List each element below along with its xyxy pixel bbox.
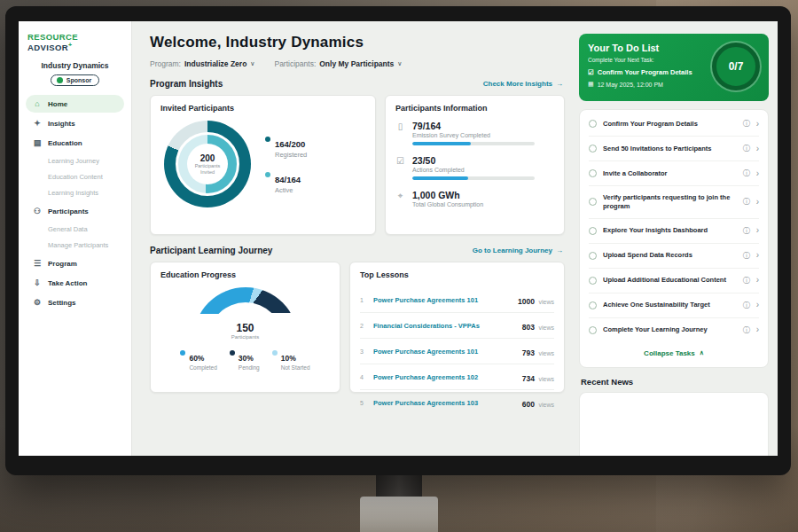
insights-icon: ✦ — [33, 119, 42, 128]
sponsor-badge[interactable]: Sponsor — [51, 74, 99, 86]
logo-plus: + — [68, 42, 73, 48]
task-row[interactable]: Explore Your Insights Dashboard ⓘ › — [589, 219, 759, 244]
chevron-right-icon[interactable]: › — [756, 120, 759, 129]
sidebar-item-settings[interactable]: ⚙ Settings — [26, 293, 124, 311]
task-radio-icon[interactable] — [589, 326, 597, 334]
checkbox-icon: ☑ — [588, 68, 594, 76]
sidebar-item-education-content[interactable]: Education Content — [26, 169, 124, 184]
info-circle-icon[interactable]: ⓘ — [743, 144, 750, 153]
donut-center: 200 Participants Invited — [187, 144, 228, 184]
stat-global-consumption: ⌖ 1,000 GWh Total Global Consumption — [395, 190, 554, 211]
stat-label: Total Global Consumption — [412, 201, 483, 207]
chevron-right-icon[interactable]: › — [756, 276, 759, 285]
task-label: Complete Your Learning Journey — [603, 325, 737, 334]
lesson-title-link[interactable]: Power Purchase Agreements 102 — [373, 373, 516, 381]
lesson-title-link[interactable]: Power Purchase Agreements 101 — [373, 348, 516, 356]
lesson-title-link[interactable]: Power Purchase Agreements 101 — [373, 296, 512, 304]
lesson-views: 734 views — [522, 369, 554, 385]
task-label: Upload Spend Data Records — [603, 251, 737, 260]
legend-value: 60% — [189, 354, 204, 363]
chevron-right-icon[interactable]: › — [756, 301, 759, 309]
info-circle-icon[interactable]: ⓘ — [743, 276, 750, 286]
lesson-title-link[interactable]: Financial Considerations - VPPAs — [373, 322, 516, 330]
chevron-right-icon[interactable]: › — [756, 251, 759, 260]
sidebar-item-manage-participants[interactable]: Manage Participants — [26, 238, 124, 253]
lesson-row: 4 Power Purchase Agreements 102 734 view… — [360, 364, 554, 390]
todo-next-task[interactable]: ☑ Confirm Your Program Details — [588, 68, 705, 76]
task-radio-icon[interactable] — [589, 169, 597, 177]
education-progress-card: Education Progress 150 Participants — [150, 262, 340, 393]
info-circle-icon[interactable]: ⓘ — [743, 226, 750, 236]
task-row[interactable]: Upload Additional Educational Content ⓘ … — [589, 269, 759, 293]
info-circle-icon[interactable]: ⓘ — [743, 119, 750, 129]
task-label: Upload Additional Educational Content — [603, 276, 737, 285]
chevron-right-icon[interactable]: › — [756, 145, 759, 153]
task-radio-icon[interactable] — [589, 145, 597, 153]
info-circle-icon[interactable]: ⓘ — [743, 197, 750, 207]
stat-actions-completed: ☑ 23/50 Actions Completed — [395, 155, 554, 180]
todo-panel: Your To Do List Complete Your Next Task:… — [575, 21, 778, 456]
participants-filter[interactable]: Participants: Only My Participants ∨ — [274, 59, 402, 68]
participants-filter-label: Participants: — [274, 59, 316, 68]
sidebar-item-education[interactable]: ▤ Education — [26, 134, 124, 152]
task-radio-icon[interactable] — [589, 252, 597, 260]
task-row[interactable]: Confirm Your Program Details ⓘ › — [589, 112, 759, 137]
legend-dot — [265, 172, 270, 177]
next-task-label: Confirm Your Program Details — [598, 68, 692, 76]
sidebar-item-participants[interactable]: ⚇ Participants — [26, 202, 124, 220]
chevron-right-icon[interactable]: › — [756, 169, 759, 178]
lesson-rank: 4 — [360, 374, 367, 380]
link-label: Check More Insights — [483, 80, 552, 88]
lesson-rank: 1 — [360, 297, 367, 303]
sidebar-item-general-data[interactable]: General Data — [26, 222, 124, 237]
sidebar-item-insights[interactable]: ✦ Insights — [26, 114, 124, 132]
task-label: Confirm Your Program Details — [603, 120, 737, 129]
chevron-right-icon[interactable]: › — [756, 226, 759, 235]
task-radio-icon[interactable] — [589, 120, 597, 128]
info-circle-icon[interactable]: ⓘ — [743, 301, 750, 310]
sidebar-item-learning-insights[interactable]: Learning Insights — [26, 185, 124, 200]
stat-emission-survey: ▯ 79/164 Emission Survey Completed — [395, 121, 554, 145]
program-insights-cards: Invited Participants 200 Participants In… — [150, 95, 565, 235]
lesson-title-link[interactable]: Power Purchase Agreements 103 — [373, 399, 516, 407]
collapse-label: Collapse Tasks — [644, 349, 695, 357]
recent-news-card — [579, 392, 769, 457]
chevron-down-icon: ∨ — [397, 60, 402, 67]
task-row[interactable]: Complete Your Learning Journey ⓘ › — [589, 318, 759, 342]
task-row[interactable]: Send 50 Invitations to Participants ⓘ › — [589, 137, 759, 161]
legend-dot — [230, 350, 235, 356]
sidebar-item-take-action[interactable]: ⇩ Take Action — [26, 274, 124, 292]
info-circle-icon[interactable]: ⓘ — [743, 325, 750, 335]
program-filter[interactable]: Program: Industrialize Zero ∨ — [150, 59, 254, 68]
card-title: Education Progress — [160, 270, 330, 279]
task-radio-icon[interactable] — [589, 277, 597, 285]
program-filter-label: Program: — [150, 59, 181, 68]
info-circle-icon[interactable]: ⓘ — [743, 168, 750, 178]
check-more-insights-link[interactable]: Check More Insights → — [483, 80, 563, 88]
filter-bar: Program: Industrialize Zero ∨ Participan… — [150, 59, 565, 68]
task-row[interactable]: Upload Spend Data Records ⓘ › — [589, 244, 759, 269]
sidebar-item-home[interactable]: ⌂ Home — [26, 95, 124, 113]
checklist-icon: ☑ — [395, 156, 405, 180]
sidebar-item-learning-journey[interactable]: Learning Journey — [26, 153, 124, 168]
todo-progress-value: 0/7 — [729, 60, 744, 73]
task-radio-icon[interactable] — [589, 301, 597, 309]
go-to-learning-journey-link[interactable]: Go to Learning Journey → — [473, 246, 563, 254]
task-radio-icon[interactable] — [589, 198, 597, 206]
stat-value: 23/50 — [412, 155, 535, 166]
legend-label: Not Started — [281, 364, 310, 371]
info-circle-icon[interactable]: ⓘ — [743, 251, 750, 261]
legend-dot — [180, 350, 185, 356]
task-row[interactable]: Achieve One Sustainability Target ⓘ › — [589, 293, 759, 318]
sponsor-icon — [57, 77, 63, 83]
task-row[interactable]: Verify participants requesting to join t… — [589, 186, 759, 219]
task-row[interactable]: Invite a Collaborator ⓘ › — [589, 161, 759, 186]
collapse-tasks-button[interactable]: Collapse Tasks ∧ — [589, 342, 759, 365]
task-radio-icon[interactable] — [589, 227, 597, 235]
chevron-right-icon[interactable]: › — [756, 325, 759, 334]
chevron-right-icon[interactable]: › — [756, 198, 759, 207]
program-insights-header: Program Insights Check More Insights → — [150, 79, 563, 89]
lesson-row: 5 Power Purchase Agreements 103 600 view… — [360, 390, 554, 415]
calendar-icon: ▦ — [588, 81, 594, 88]
sidebar-item-program[interactable]: ☰ Program — [26, 254, 124, 272]
